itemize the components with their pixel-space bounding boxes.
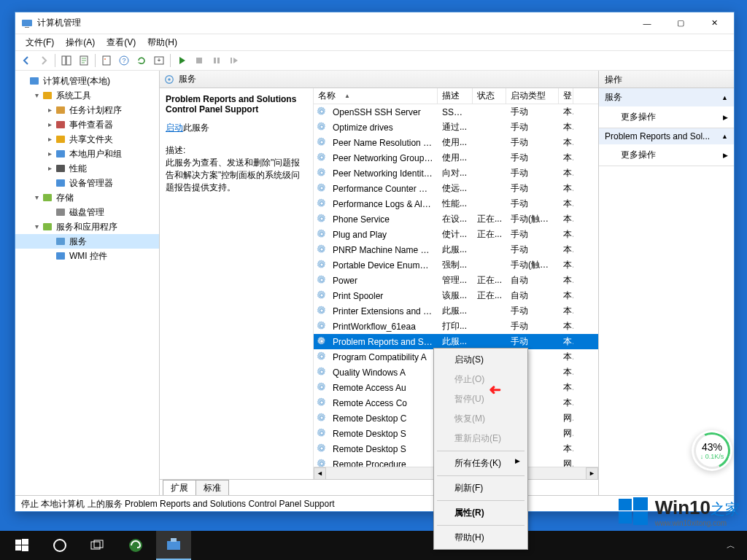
svg-rect-0: [22, 20, 32, 26]
pause-service-button[interactable]: [209, 52, 225, 69]
maximize-button[interactable]: ▢: [664, 12, 697, 34]
tree-item[interactable]: ▸共享文件夹: [15, 132, 159, 147]
service-row[interactable]: OpenSSH SSH ServerSSH ...手动本: [314, 104, 598, 120]
description-text: 此服务为查看、发送和删除"问题报告和解决方案"控制面板的系统级问题报告提供支持。: [166, 157, 307, 194]
svg-rect-16: [56, 106, 65, 114]
svg-rect-10: [196, 58, 202, 63]
perf-percent: 43%: [702, 441, 722, 453]
export-list-button[interactable]: [151, 52, 167, 69]
context-menu: 启动(S) 停止(O) 暂停(U) 恢复(M) 重新启动(E) 所有任务(K)▶…: [433, 348, 528, 550]
svg-rect-1: [25, 27, 29, 28]
minimize-button[interactable]: —: [630, 12, 664, 34]
actions-group-services[interactable]: 服务▲: [599, 88, 734, 106]
tab-standard[interactable]: 标准: [196, 480, 229, 495]
service-row[interactable]: Print Spooler该服...正在...自动本: [314, 288, 598, 303]
start-service-button[interactable]: [174, 52, 190, 69]
column-desc[interactable]: 描述: [438, 88, 473, 104]
restart-service-button[interactable]: [226, 52, 242, 69]
column-name[interactable]: 名称▲: [314, 88, 438, 104]
service-row[interactable]: Plug and Play使计...正在...手动本: [314, 227, 598, 242]
scroll-right-button[interactable]: ►: [586, 467, 598, 480]
tree-item[interactable]: 磁盘管理: [15, 205, 159, 219]
help-button[interactable]: ?: [116, 52, 132, 69]
actions-more-1[interactable]: 更多操作▶: [599, 106, 734, 128]
start-button[interactable]: [4, 531, 39, 560]
column-logon[interactable]: 登: [559, 88, 573, 104]
back-button[interactable]: [18, 52, 34, 69]
menu-help[interactable]: 帮助(H): [142, 35, 183, 50]
svg-point-61: [54, 540, 66, 551]
menu-file[interactable]: 文件(F): [20, 35, 60, 50]
gear-icon: [317, 290, 328, 302]
forward-button[interactable]: [36, 52, 52, 69]
tree-item[interactable]: 设备管理器: [15, 176, 159, 190]
gear-icon: [317, 106, 328, 118]
service-row[interactable]: PNRP Machine Name Pu...此服...手动本: [314, 242, 598, 257]
service-row[interactable]: Power管理...正在...自动本: [314, 273, 598, 288]
tree-item[interactable]: ▾服务和应用程序: [15, 219, 159, 234]
stop-service-button[interactable]: [191, 52, 207, 69]
svg-point-51: [320, 446, 323, 449]
detail-pane: Problem Reports and Solutions Control Pa…: [160, 88, 313, 479]
scroll-left-button[interactable]: ◄: [314, 467, 326, 480]
svg-rect-18: [56, 136, 65, 143]
service-row[interactable]: Optimize drives通过...手动本: [314, 120, 598, 135]
edge-button[interactable]: [118, 531, 153, 560]
ctx-refresh[interactable]: 刷新(F): [436, 478, 526, 498]
tree-item[interactable]: ▸事件查看器: [15, 117, 159, 132]
gear-icon: [317, 152, 328, 164]
svg-rect-15: [43, 92, 52, 99]
ctx-start[interactable]: 启动(S): [436, 350, 526, 370]
tree-item[interactable]: ▸本地用户和组: [15, 147, 159, 161]
service-row[interactable]: Peer Networking Identity...向对...手动本: [314, 166, 598, 181]
menu-view[interactable]: 查看(V): [101, 35, 142, 50]
svg-rect-26: [56, 252, 65, 260]
task-view-button[interactable]: [80, 531, 115, 560]
service-row[interactable]: Portable Device Enumera...强制...手动(触发...本: [314, 257, 598, 273]
ctx-help[interactable]: 帮助(H): [436, 528, 526, 548]
gear-icon: [317, 428, 328, 440]
service-row[interactable]: Performance Logs & Aler...性能...手动本: [314, 196, 598, 211]
service-row[interactable]: Problem Reports and Sol...此服...手动本: [314, 334, 598, 349]
service-row[interactable]: Peer Networking Groupi...使用...手动本: [314, 150, 598, 166]
close-button[interactable]: ✕: [697, 12, 731, 34]
actions-group-selected[interactable]: Problem Reports and Sol...▲: [599, 128, 734, 144]
navigation-tree[interactable]: 计算机管理(本地)▾系统工具▸任务计划程序▸事件查看器▸共享文件夹▸本地用户和组…: [15, 71, 160, 495]
ctx-properties[interactable]: 属性(R): [436, 503, 526, 523]
service-row[interactable]: PrintWorkflow_61eaa打印...手动本: [314, 319, 598, 334]
gear-icon: [317, 229, 328, 241]
tree-item[interactable]: 计算机管理(本地): [15, 74, 159, 88]
tab-extended[interactable]: 扩展: [163, 480, 196, 495]
ctx-pause: 暂停(U): [436, 389, 526, 409]
properties-button[interactable]: [98, 52, 115, 69]
start-service-link[interactable]: 启动: [166, 122, 183, 133]
refresh-button[interactable]: [133, 52, 150, 69]
service-row[interactable]: Phone Service在设...正在...手动(触发...本: [314, 211, 598, 227]
service-row[interactable]: Peer Name Resolution Pr...使用...手动本: [314, 135, 598, 150]
show-hide-tree-button[interactable]: [58, 52, 74, 69]
app-icon: [21, 18, 33, 29]
ctx-all-tasks[interactable]: 所有任务(K)▶: [436, 454, 526, 473]
column-state[interactable]: 状态: [473, 88, 506, 104]
service-row[interactable]: Printer Extensions and N...此服...手动本: [314, 303, 598, 319]
perf-widget[interactable]: 43% ↓ 0.1K/s: [692, 430, 732, 471]
svg-point-42: [320, 308, 323, 311]
column-startup[interactable]: 启动类型: [506, 88, 559, 104]
tree-item[interactable]: WMI 控件: [15, 249, 159, 263]
description-label: 描述:: [166, 144, 307, 157]
gear-icon: [317, 413, 328, 424]
tree-item[interactable]: ▾存储: [15, 190, 159, 205]
tree-item[interactable]: ▸性能: [15, 161, 159, 176]
mmc-button[interactable]: [156, 531, 191, 560]
tree-item[interactable]: 服务: [15, 234, 159, 249]
cortana-button[interactable]: [42, 531, 77, 560]
menu-action[interactable]: 操作(A): [60, 35, 101, 50]
service-row[interactable]: Performance Counter DL...使远...手动本: [314, 181, 598, 196]
tray-chevron[interactable]: ︿: [727, 540, 735, 552]
svg-rect-21: [56, 179, 65, 187]
tree-item[interactable]: ▸任务计划程序: [15, 103, 159, 117]
tree-item[interactable]: ▾系统工具: [15, 88, 159, 103]
collapse-icon: ▲: [721, 94, 728, 101]
actions-more-2[interactable]: 更多操作▶: [599, 144, 734, 166]
export-button[interactable]: [76, 52, 92, 69]
